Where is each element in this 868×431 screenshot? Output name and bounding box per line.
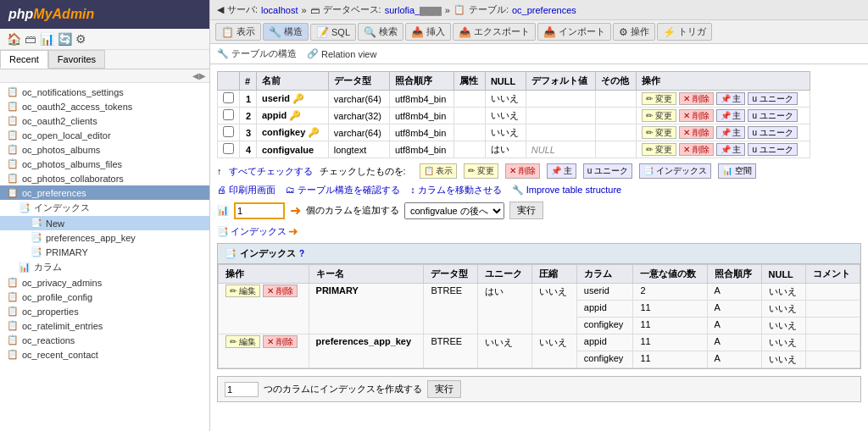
action-unique[interactable]: u ユニーク — [583, 163, 632, 179]
add-col-execute-btn[interactable]: 実行 — [509, 202, 543, 219]
tab-favorites[interactable]: Favorites — [48, 50, 105, 69]
sidebar-item-oc_open_local_editor[interactable]: 📋oc_open_local_editor — [0, 128, 209, 142]
action-browse[interactable]: 📋 表示 — [420, 163, 458, 179]
export-label: エクスポート — [474, 25, 530, 38]
bc-sep2: » — [445, 5, 450, 15]
tree-label: oc_preferences — [22, 188, 86, 198]
idx-delete-btn[interactable]: ✕ 削除 — [263, 285, 298, 297]
improve-link[interactable]: 🔧 Improve table structure — [512, 185, 622, 196]
sidebar-resize-handle[interactable]: ◀▶ — [0, 69, 209, 83]
sidebar-item-oc_photos_albums[interactable]: 📋oc_photos_albums — [0, 142, 209, 157]
tree-label: PRIMARY — [46, 247, 88, 257]
unique-btn[interactable]: u ユニーク — [748, 143, 797, 156]
toolbar-btn-export[interactable]: 📤 エクスポート — [453, 23, 536, 41]
edit-btn[interactable]: ✏ 変更 — [642, 92, 676, 105]
sidebar-item-oc_photos_collaborators[interactable]: 📋oc_photos_collaborators — [0, 171, 209, 185]
sub-btn-relation[interactable]: 🔗 Relation view — [307, 48, 376, 59]
row-checkbox[interactable] — [223, 92, 234, 103]
sidebar-item-oc_notifications_settings[interactable]: 📋oc_notifications_settings — [0, 85, 209, 99]
idx-edit-btn[interactable]: ✏ 編集 — [225, 335, 260, 348]
print-link[interactable]: 🖨 印刷用画面 — [217, 184, 275, 196]
move-columns-link[interactable]: ↕ カラムを移動させる — [410, 184, 502, 196]
action-primary[interactable]: 📌 主 — [547, 163, 576, 179]
sidebar-item-oc_photos_albums_files[interactable]: 📋oc_photos_albums_files — [0, 157, 209, 171]
action-delete[interactable]: ✕ 削除 — [505, 163, 540, 179]
add-col-count-input[interactable] — [234, 202, 285, 219]
sidebar-item-カラム[interactable]: 📊カラム — [0, 259, 209, 275]
delete-btn[interactable]: ✕ 削除 — [679, 92, 714, 105]
server-link[interactable]: localhost — [261, 5, 298, 15]
primary-btn[interactable]: 📌 主 — [716, 126, 746, 139]
sidebar-item-oc_recent_contact[interactable]: 📋oc_recent_contact — [0, 347, 209, 362]
primary-btn[interactable]: 📌 主 — [716, 143, 746, 156]
toolbar-btn-triggers[interactable]: ⚡ トリガ — [657, 23, 712, 41]
unique-btn[interactable]: u ユニーク — [748, 126, 797, 139]
toolbar-btn-operations[interactable]: ⚙ 操作 — [613, 23, 655, 41]
edit-btn[interactable]: ✏ 変更 — [642, 126, 676, 139]
delete-btn[interactable]: ✕ 削除 — [679, 126, 714, 139]
back-arrow[interactable]: ◀ — [217, 4, 224, 15]
check-all-link[interactable]: すべてチェックする — [229, 165, 313, 178]
tree-label: oc_profile_config — [22, 292, 92, 302]
delete-btn[interactable]: ✕ 削除 — [679, 143, 714, 156]
primary-btn[interactable]: 📌 主 — [716, 109, 746, 122]
row-checkbox[interactable] — [223, 143, 234, 154]
row-check[interactable] — [218, 91, 240, 108]
delete-btn[interactable]: ✕ 削除 — [679, 109, 714, 122]
row-check[interactable] — [218, 108, 240, 124]
bottom-index-execute-btn[interactable]: 実行 — [427, 380, 461, 398]
row-check[interactable] — [218, 141, 240, 158]
sidebar-tab-bar: Recent Favorites — [0, 50, 209, 69]
toolbar-btn-import[interactable]: 📥 インポート — [537, 23, 611, 41]
db-icon[interactable]: 🗃 — [25, 32, 36, 46]
sidebar-item-oc_privacy_admins[interactable]: 📋oc_privacy_admins — [0, 275, 209, 290]
sidebar-item-oc_oauth2_clients[interactable]: 📋oc_oauth2_clients — [0, 113, 209, 128]
tree-icon: 📋 — [7, 320, 19, 331]
add-col-position-select[interactable]: configvalue の後へ テーブルの先頭 テーブルの末尾 — [404, 202, 504, 219]
idx-delete-btn[interactable]: ✕ 削除 — [263, 335, 298, 348]
idx-packed: いいえ — [532, 334, 576, 368]
sidebar-item-oc_preferences[interactable]: 📋oc_preferences — [0, 185, 209, 200]
settings-icon[interactable]: ⚙ — [75, 32, 86, 46]
sidebar-item-PRIMARY[interactable]: 📑PRIMARY — [0, 245, 209, 259]
toolbar-btn-sql[interactable]: 📝 SQL — [310, 24, 356, 41]
table-link[interactable]: oc_preferences — [512, 5, 576, 15]
refresh-icon[interactable]: 🔄 — [58, 32, 72, 46]
row-check[interactable] — [218, 124, 240, 141]
sidebar-item-preferences_app_key[interactable]: 📑preferences_app_key — [0, 230, 209, 245]
edit-btn[interactable]: ✏ 変更 — [642, 109, 676, 122]
action-edit[interactable]: ✏ 変更 — [464, 163, 498, 179]
sidebar-item-oc_oauth2_access_tokens[interactable]: 📋oc_oauth2_access_tokens — [0, 99, 209, 113]
toolbar-btn-browse[interactable]: 📋 表示 — [215, 23, 261, 41]
index-anchor-link[interactable]: 📑 インデックス ➜ — [217, 224, 861, 238]
col-header-attributes: 属性 — [454, 72, 485, 91]
index-section-title: インデックス — [240, 247, 296, 260]
toolbar-btn-insert[interactable]: 📥 挿入 — [405, 23, 451, 41]
sidebar-item-oc_ratelimit_entries[interactable]: 📋oc_ratelimit_entries — [0, 318, 209, 333]
unique-btn[interactable]: u ユニーク — [748, 92, 797, 105]
edit-btn[interactable]: ✏ 変更 — [642, 143, 676, 156]
table-icon[interactable]: 📊 — [40, 32, 54, 46]
sidebar-item-oc_reactions[interactable]: 📋oc_reactions — [0, 333, 209, 347]
sidebar-item-oc_properties[interactable]: 📋oc_properties — [0, 304, 209, 318]
home-icon[interactable]: 🏠 — [7, 32, 21, 46]
row-checkbox[interactable] — [223, 109, 234, 120]
toolbar-btn-structure[interactable]: 🔧 構造 — [263, 23, 309, 41]
db-link[interactable]: surlofia_████ — [385, 5, 442, 15]
primary-btn[interactable]: 📌 主 — [716, 92, 746, 105]
toolbar-btn-search[interactable]: 🔍 検索 — [358, 23, 403, 41]
sidebar-item-New[interactable]: 📑New — [0, 216, 209, 230]
bottom-index-count-input[interactable] — [225, 382, 259, 397]
action-fulltext[interactable]: 📊 空間 — [718, 163, 756, 179]
row-checkbox[interactable] — [223, 126, 234, 137]
sidebar-item-インデックス[interactable]: 📑インデックス — [0, 200, 209, 216]
sub-btn-structure[interactable]: 🔧 テーブルの構造 — [217, 47, 297, 60]
tab-recent[interactable]: Recent — [0, 50, 48, 69]
idx-null-val: いいえ — [761, 351, 805, 368]
unique-btn[interactable]: u ユニーク — [748, 109, 797, 122]
sidebar-item-oc_profile_config[interactable]: 📋oc_profile_config — [0, 290, 209, 304]
action-index[interactable]: 📑 インデックス — [639, 163, 711, 179]
index-section-help[interactable]: ? — [299, 249, 304, 258]
check-structure-link[interactable]: 🗂 テーブル構造を確認する — [286, 184, 400, 196]
idx-edit-btn[interactable]: ✏ 編集 — [225, 285, 260, 297]
